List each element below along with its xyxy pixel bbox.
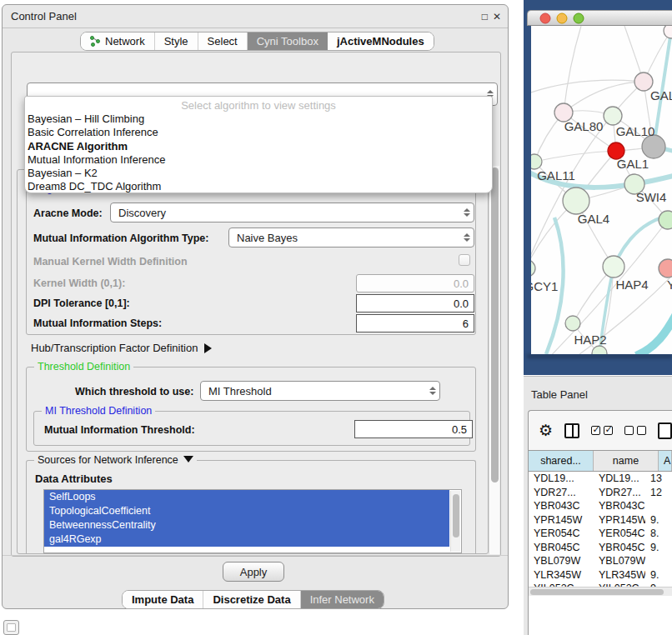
cell [645,499,672,513]
tab-select[interactable]: Select [198,32,248,50]
node[interactable] [664,26,672,38]
tab-network[interactable]: Network [81,32,155,50]
panel-title: Control Panel [11,10,77,22]
apply-button[interactable]: Apply [223,562,284,582]
zoom-traffic-light-icon[interactable] [574,13,584,23]
table-horizontal-scrollbar[interactable] [529,587,672,596]
list-item[interactable]: BetweennessCentrality [44,518,449,532]
table-row[interactable]: YDL19...YDL19...13 [529,472,672,486]
dropdown-item[interactable]: Mutual Information Inference [25,153,492,167]
node-label: GAL [650,88,672,102]
node[interactable] [592,346,607,354]
table-toolbar: ⚙ [529,411,672,450]
network-view-window: GAL GAL80 GAL10 GAL1 GAL11 SWI4 GAL4 GCY… [524,0,672,375]
group-title: Threshold Definition [34,361,133,372]
scrollbar-thumb[interactable] [453,494,459,538]
cell: YBR043C [594,499,645,513]
hub-definition-label: Hub/Transcription Factor Definition [31,342,198,354]
cell: 12 [645,486,672,500]
dropdown-item[interactable]: Bayesian – Hill Climbing [25,112,492,126]
sources-collapse-toggle[interactable]: Sources for Network Inference [34,454,197,466]
dropdown-item[interactable]: Dream8 DC_TDC Algorithm [25,180,492,193]
table-row[interactable]: YBR045CYBR045C9. [529,541,672,555]
which-threshold-label: Which threshold to use: [75,386,193,398]
column-header-clipped[interactable]: A [659,451,672,471]
minimize-traffic-light-icon[interactable] [557,13,567,23]
list-item[interactable]: TopologicalCoefficient [44,504,449,518]
table-row[interactable]: YBL079WYBL079W [529,554,672,568]
node-label: HAP4 [615,278,648,292]
cell: YDR27... [594,486,645,500]
table-panel: Table Panel ⚙ shared... name A YDL19...Y… [524,376,672,635]
tab-infer-network[interactable]: Infer Network [301,591,384,608]
tab-discretize-data[interactable]: Discretize Data [203,591,300,608]
tab-cyni-toolbox[interactable]: Cyni Toolbox [248,32,328,50]
table-row[interactable]: YER054CYER054C8. [529,527,672,541]
dropdown-item-selected[interactable]: ARACNE Algorithm [25,140,492,153]
node-label: HAP2 [574,332,606,347]
table-row[interactable]: YPR145WYPR145W9. [529,513,672,528]
list-vertical-scrollbar[interactable] [450,491,460,552]
node[interactable] [565,316,580,331]
sources-title: Sources for Network Inference [38,454,178,466]
dpi-tolerance-field[interactable] [356,294,474,312]
list-item[interactable]: gal4RGexp [44,532,449,547]
select-all-columns-icon[interactable] [591,426,613,435]
dropdown-item[interactable]: Bayesian – K2 [25,167,492,180]
float-window-icon[interactable]: □ [482,11,488,22]
mi-algorithm-type-value: Naive Bayes [237,232,298,244]
node[interactable] [531,260,535,277]
dropdown-item[interactable]: Basic Correlation Inference [25,126,492,139]
mi-steps-field[interactable] [356,314,474,332]
scrollbar-thumb[interactable] [491,168,499,482]
aracne-mode-combobox[interactable]: Discovery [110,202,474,222]
tab-jactivemnodules[interactable]: jActiveMNodules [328,32,434,50]
cell: YBL079W [594,554,645,568]
manual-kernel-width-checkbox[interactable] [459,254,470,266]
close-traffic-light-icon[interactable] [540,13,550,23]
list-item[interactable]: SelfLoops [44,490,449,504]
tab-impute-data[interactable]: Impute Data [123,591,203,608]
control-panel-window: Control Panel □ ✕ Network Style Select C… [2,4,509,609]
node-label: GAL4 [578,212,609,226]
data-attributes-list[interactable]: SelfLoops TopologicalCoefficient Between… [43,489,462,553]
control-panel-tabbar: Network Style Select Cyni Toolbox jActiv… [80,32,434,51]
column-header-name[interactable]: name [594,451,659,471]
aracne-mode-label: Aracne Mode: [33,208,103,219]
mi-threshold-field[interactable] [354,420,473,438]
node-label: GAL10 [616,124,655,138]
new-table-icon[interactable] [658,422,672,439]
node[interactable] [603,256,624,278]
algorithm-dropdown-popup: Select algorithm to view settings Bayesi… [24,96,493,193]
which-threshold-combobox[interactable]: MI Threshold [200,381,440,401]
node[interactable] [659,259,672,278]
settings-vertical-scrollbar[interactable] [489,166,499,554]
table-row[interactable]: YLR345WYLR345W9. [529,568,672,582]
minimized-panel-icon[interactable] [3,620,19,635]
cell: YBR045C [594,541,645,555]
table-row[interactable]: YBR043CYBR043C [529,499,672,513]
tab-label: Select [208,35,238,48]
cell: 9. [645,541,672,555]
hub-definition-expander[interactable]: Hub/Transcription Factor Definition [31,342,212,354]
node[interactable] [531,154,542,169]
close-window-icon[interactable]: ✕ [493,11,501,22]
network-window-titlebar[interactable] [527,10,672,26]
node-label: GAL80 [564,119,604,133]
gear-icon[interactable]: ⚙ [539,422,553,438]
table-row[interactable]: YDR27...YDR27...12 [529,486,672,500]
cyni-mode-tabbar: Impute Data Discretize Data Infer Networ… [122,590,384,609]
mi-algorithm-type-combobox[interactable]: Naive Bayes [228,228,474,248]
node[interactable] [659,211,672,229]
unselect-all-columns-icon[interactable] [624,426,646,435]
group-title: MI Threshold Definition [42,405,155,417]
node[interactable] [642,135,665,158]
tab-style[interactable]: Style [155,32,198,50]
column-chooser-icon[interactable] [564,423,579,438]
scrollbar-thumb[interactable] [530,589,664,595]
node[interactable] [604,107,622,125]
column-header-shared-name[interactable]: shared... [529,451,594,471]
node[interactable] [563,188,589,214]
network-canvas[interactable]: GAL GAL80 GAL10 GAL1 GAL11 SWI4 GAL4 GCY… [531,26,672,354]
kernel-width-field[interactable] [356,274,474,292]
